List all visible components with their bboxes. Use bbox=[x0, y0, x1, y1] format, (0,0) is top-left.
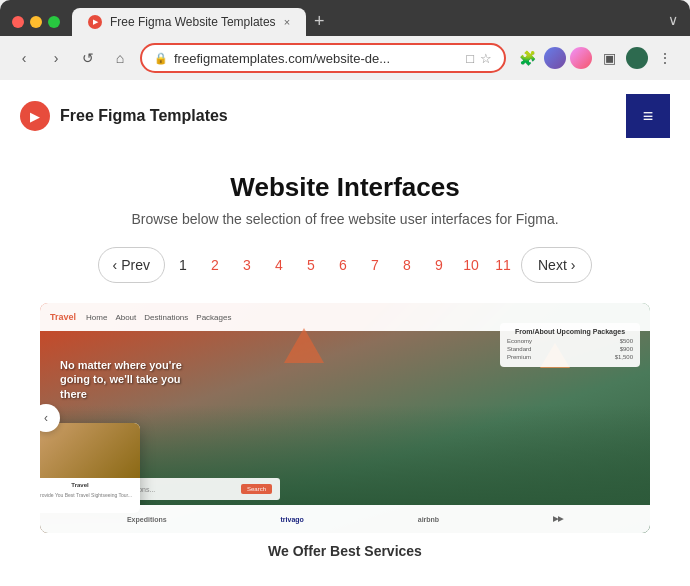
page-8[interactable]: 8 bbox=[393, 251, 421, 279]
new-tab-button[interactable]: + bbox=[306, 11, 333, 36]
back-button[interactable]: ‹ bbox=[12, 46, 36, 70]
prev-button[interactable]: ‹ Prev bbox=[98, 247, 165, 283]
preview-nav-logo: Travel bbox=[50, 312, 76, 322]
prev-label: Prev bbox=[121, 257, 150, 273]
preview-left-card-image bbox=[40, 423, 140, 478]
reload-button[interactable]: ↺ bbox=[76, 46, 100, 70]
extension-icon[interactable] bbox=[626, 47, 648, 69]
address-bar-icons: □ ☆ bbox=[466, 51, 492, 66]
site-header: ▶ Free Figma Templates ≡ bbox=[0, 80, 690, 152]
tab-favicon bbox=[88, 15, 102, 29]
bookmark-icon[interactable]: ☆ bbox=[480, 51, 492, 66]
next-button[interactable]: Next › bbox=[521, 247, 592, 283]
address-bar[interactable]: 🔒 freefigmatemplates.com/website-de... □… bbox=[140, 43, 506, 73]
tab-controls: ∨ bbox=[668, 12, 678, 32]
page-5[interactable]: 5 bbox=[297, 251, 325, 279]
preview-bg: Travel Home About Destinations Packages bbox=[40, 303, 650, 533]
minimize-button[interactable] bbox=[30, 16, 42, 28]
preview-container: Travel Home About Destinations Packages bbox=[40, 303, 650, 533]
tabs-area: Free Figma Website Templates × + bbox=[72, 8, 668, 36]
hamburger-menu[interactable]: ≡ bbox=[626, 94, 670, 138]
tab-title: Free Figma Website Templates bbox=[110, 15, 276, 29]
page-3[interactable]: 3 bbox=[233, 251, 261, 279]
profile-icon-2[interactable] bbox=[570, 47, 592, 69]
site-logo: ▶ Free Figma Templates bbox=[20, 101, 228, 131]
page-1[interactable]: 1 bbox=[169, 251, 197, 279]
page-6[interactable]: 6 bbox=[329, 251, 357, 279]
page-10[interactable]: 10 bbox=[457, 251, 485, 279]
preview-bottom-bar: Expeditions trivago airbnb ▶▶ bbox=[40, 505, 650, 533]
page-11[interactable]: 11 bbox=[489, 251, 517, 279]
preview-headline: No matter where you're going to, we'll t… bbox=[60, 358, 200, 401]
logo-text: Free Figma Templates bbox=[60, 107, 228, 125]
toolbar-right: 🧩 ▣ ⋮ bbox=[514, 45, 678, 71]
preview-hero-text: No matter where you're going to, we'll t… bbox=[60, 358, 200, 401]
preview-nav-items: Home About Destinations Packages bbox=[86, 313, 231, 322]
address-text: freefigmatemplates.com/website-de... bbox=[174, 51, 460, 66]
browser-window: Free Figma Website Templates × + ∨ ‹ › ↺… bbox=[0, 0, 690, 586]
close-button[interactable] bbox=[12, 16, 24, 28]
next-label: Next bbox=[538, 257, 567, 273]
logo-icon: ▶ bbox=[20, 101, 50, 131]
main-content: Website Interfaces Browse below the sele… bbox=[0, 152, 690, 586]
menu-button[interactable]: ⋮ bbox=[652, 45, 678, 71]
preview-left-card-title: Travel bbox=[40, 478, 140, 492]
lock-icon: 🔒 bbox=[154, 52, 168, 65]
next-arrow-icon: › bbox=[571, 257, 576, 273]
extensions-icon[interactable]: 🧩 bbox=[514, 45, 540, 71]
maximize-button[interactable] bbox=[48, 16, 60, 28]
preview-partner-4: ▶▶ bbox=[553, 515, 563, 523]
page-4[interactable]: 4 bbox=[265, 251, 293, 279]
preview-partner-2: trivago bbox=[281, 516, 304, 523]
page-title: Website Interfaces bbox=[20, 172, 670, 203]
page-content: ▶ Free Figma Templates ≡ Website Interfa… bbox=[0, 80, 690, 586]
prev-arrow-icon: ‹ bbox=[113, 257, 118, 273]
triangle-decoration-2 bbox=[284, 328, 324, 363]
title-bar: Free Figma Website Templates × + ∨ bbox=[0, 0, 690, 36]
preview-left-card: Travel We Provide You Best Travel Sights… bbox=[40, 423, 140, 513]
preview-partner-1: Expeditions bbox=[127, 516, 167, 523]
sidebar-toggle[interactable]: ▣ bbox=[596, 45, 622, 71]
pagination: ‹ Prev 1 2 3 4 5 6 7 8 9 10 11 Next › bbox=[20, 247, 670, 283]
traffic-lights bbox=[12, 16, 60, 28]
tab-close-button[interactable]: × bbox=[284, 16, 290, 28]
toolbar: ‹ › ↺ ⌂ 🔒 freefigmatemplates.com/website… bbox=[0, 36, 690, 80]
preview-partner-3: airbnb bbox=[418, 516, 439, 523]
preview-right-card: From/About Upcoming Packages Economy$500… bbox=[500, 323, 640, 367]
preview-left-card-subtitle: We Provide You Best Travel Sightseeing T… bbox=[40, 492, 140, 498]
page-2[interactable]: 2 bbox=[201, 251, 229, 279]
page-subtitle: Browse below the selection of free websi… bbox=[20, 211, 670, 227]
page-9[interactable]: 9 bbox=[425, 251, 453, 279]
preview-search-button: Search bbox=[241, 484, 272, 494]
page-7[interactable]: 7 bbox=[361, 251, 389, 279]
home-button[interactable]: ⌂ bbox=[108, 46, 132, 70]
active-tab[interactable]: Free Figma Website Templates × bbox=[72, 8, 306, 36]
profile-icon-1[interactable] bbox=[544, 47, 566, 69]
bottom-section-title: We Offer Best Services bbox=[20, 533, 670, 569]
share-icon[interactable]: □ bbox=[466, 51, 474, 66]
forward-button[interactable]: › bbox=[44, 46, 68, 70]
